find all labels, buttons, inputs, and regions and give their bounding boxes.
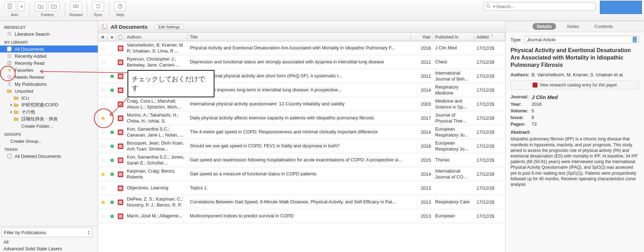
unread-dot[interactable] [110,145,114,148]
unread-dot[interactable] [110,89,114,92]
star-icon[interactable]: ☆ [100,100,106,108]
sidebar-item-6[interactable]: Unsorted [0,88,98,94]
star-icon[interactable]: ☆ [100,212,106,220]
unread-dot[interactable] [110,131,114,134]
add-dropdown[interactable]: ▾ [18,1,25,11]
unread-dot[interactable] [110,159,114,162]
unread-dot[interactable] [110,201,114,204]
star-icon[interactable]: ☆ [100,86,106,94]
star-icon[interactable]: ☆ [100,44,106,52]
cell-authors: Ryerson, Christopher J.; Berkeley, Jane;… [127,56,186,68]
account-box[interactable] [600,1,642,14]
sidebar-item-10[interactable]: 誤嚥性肺炎・肺炎 [0,115,98,122]
col-favorite[interactable]: ★ [98,33,108,41]
star-icon[interactable]: ☆ [100,156,106,164]
help-button[interactable]: ? [114,1,126,11]
table-row[interactable]: ☆Craig, Cora L.; Marshall, Alison L.; Sj… [98,97,505,111]
pdf-icon[interactable] [118,186,123,191]
col-added[interactable]: Added˄ [474,33,505,41]
catalog-link[interactable]: View research catalog entry for this pap… [511,80,639,90]
search-input[interactable] [496,4,593,9]
pdf-icon[interactable] [118,115,123,121]
sidebar-item-4[interactable]: Needs Review [0,74,98,80]
col-published[interactable]: Published In [433,33,474,41]
edit-settings-button[interactable]: Edit Settings [155,24,184,30]
table-row[interactable]: ★DePew, Z. S.; Karpman, C.; Novotny, P. … [98,195,505,209]
table-row[interactable]: ☆Bousquet, Jean; Dinh-Xuan, Anh Tuan; Si… [98,139,505,153]
sync-button[interactable] [92,1,104,11]
star-icon[interactable]: ☆ [100,184,106,192]
cell-year: 2015 [421,158,431,163]
expand-icon[interactable] [11,111,12,113]
col-pdf[interactable] [116,33,125,41]
cell-added: 17/12/29 [477,102,503,107]
tab-details[interactable]: Details [533,23,556,30]
filter-select[interactable]: Filter by Publications▲▼ [1,227,93,237]
pdf-icon[interactable] [118,158,123,163]
sidebar-item-7[interactable]: ICU [0,94,98,102]
expand-icon[interactable] [11,104,12,106]
unread-dot[interactable] [110,75,114,78]
sidebar-item-3[interactable]: ★Favorites [0,66,98,74]
sidebar-item-8[interactable]: IP研究関連/COPD [0,102,98,108]
pdf-icon[interactable] [118,172,123,177]
star-icon[interactable]: ☆ [100,128,106,136]
table-row[interactable]: ☆Vainshelboim, B; Kramer, M R; Izhakian,… [98,41,505,55]
col-authors[interactable]: Authors [125,33,188,41]
pdf-icon[interactable] [118,102,123,107]
folder-new-button[interactable] [35,1,47,11]
pdf-icon[interactable] [118,200,123,205]
col-title[interactable]: Title [188,33,411,41]
filter-item-1[interactable]: Advanced Solid State Lasers [0,245,98,252]
tab-contents[interactable]: Contents [590,23,617,30]
cell-title: Correlations Between Gait Speed, 6-Minut… [190,199,409,205]
table-row[interactable]: ☆Objectives, LearningTopics 1.201317/12/… [98,181,505,195]
pdf-icon[interactable] [118,130,123,135]
star-icon[interactable]: ★ [100,170,106,178]
pdf-icon[interactable] [118,144,123,149]
table-row[interactable]: ★Morino, A.; Takahashi, H.; Chiba, H.; I… [98,111,505,125]
sidebar-item-11[interactable]: Create Folder... [0,122,98,130]
folder-del-button[interactable] [48,1,60,11]
unread-dot[interactable] [110,173,114,176]
cell-authors: Karpman, Craig; Benzo, Roberto [127,168,186,180]
pdf-icon[interactable] [118,59,123,65]
sidebar-item-0[interactable]: All Documents [0,46,98,52]
cell-pub: Medicine and Science in Sp... [435,98,472,110]
pdf-icon[interactable] [118,74,123,79]
related-button[interactable] [70,1,82,11]
cell-year: 2014 [421,88,431,93]
tab-notes[interactable]: Notes [563,23,583,30]
unread-dot[interactable] [110,215,114,218]
table-row[interactable]: ☆Kon, Samantha S.C.; Jones, Sarah E.; Sc… [98,153,505,167]
add-button[interactable] [4,1,16,11]
create-group[interactable]: Create Group... [0,138,98,145]
sidebar-item-5[interactable]: My Publications [0,80,98,88]
col-year[interactable]: Year [411,33,433,41]
table-row[interactable]: ☆Kon, Samantha S.C.; Canavan, Jane L.; N… [98,125,505,139]
pdf-icon[interactable] [118,46,123,51]
star-icon[interactable]: ★ [100,198,106,206]
table-row[interactable]: ☆Ryerson, Christopher J.; Berkeley, Jane… [98,55,505,69]
cell-added: 17/12/29 [477,172,503,177]
pdf-icon[interactable] [118,88,123,93]
table-row[interactable]: ☆Marín, José M.; Alfageme...Multicompone… [98,209,505,223]
col-unread[interactable]: ● [108,33,116,41]
lit-search[interactable]: Literature Search [0,30,98,37]
deleted-docs[interactable]: All Deleted Documents [0,153,98,160]
sidebar-item-9[interactable]: その他 [0,108,98,115]
sync-label: Sync [94,13,102,17]
search-box[interactable]: ▾ [484,2,596,10]
sidebar-item-1[interactable]: Recently Added [0,52,98,59]
star-icon[interactable]: ☆ [100,72,106,80]
type-select[interactable]: Journal Article▲▼ [525,36,639,43]
star-icon[interactable]: ★ [100,114,106,122]
sidebar-item-label: ICU [21,96,29,101]
table-row[interactable]: ★Karpman, Craig; Benzo, RobertoGait spee… [98,167,505,181]
pdf-icon[interactable] [118,214,123,219]
filter-item-0[interactable]: All [0,239,98,245]
cell-added: 17/12/29 [477,74,503,79]
star-icon[interactable]: ☆ [100,58,106,66]
sidebar-item-2[interactable]: Recently Read [0,59,98,66]
star-icon[interactable]: ☆ [100,142,106,150]
